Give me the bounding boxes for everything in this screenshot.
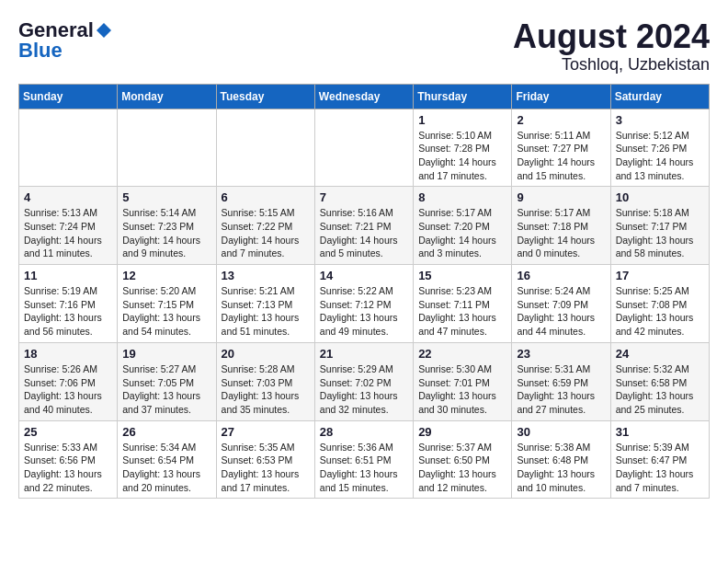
- day-number: 24: [616, 347, 704, 361]
- page-header: General Blue August 2024 Toshloq, Uzbeki…: [18, 18, 710, 75]
- day-number: 17: [616, 269, 704, 282]
- day-info: Sunrise: 5:20 AM Sunset: 7:15 PM Dayligh…: [122, 284, 210, 339]
- day-number: 22: [418, 347, 506, 361]
- calendar-table: SundayMondayTuesdayWednesdayThursdayFrid…: [18, 84, 710, 500]
- day-number: 31: [616, 425, 704, 439]
- calendar-cell: 30Sunrise: 5:38 AM Sunset: 6:48 PM Dayli…: [512, 420, 610, 499]
- calendar-cell: 21Sunrise: 5:29 AM Sunset: 7:02 PM Dayli…: [314, 342, 413, 420]
- day-number: 16: [517, 269, 605, 282]
- calendar-week-row: 25Sunrise: 5:33 AM Sunset: 6:56 PM Dayli…: [19, 420, 710, 499]
- day-number: 23: [517, 347, 605, 361]
- logo-icon: [96, 22, 112, 39]
- calendar-cell: 16Sunrise: 5:24 AM Sunset: 7:09 PM Dayli…: [512, 265, 610, 343]
- calendar-cell: 7Sunrise: 5:16 AM Sunset: 7:21 PM Daylig…: [314, 187, 413, 265]
- day-number: 19: [122, 347, 210, 361]
- calendar-cell: 2Sunrise: 5:11 AM Sunset: 7:27 PM Daylig…: [512, 109, 610, 187]
- calendar-cell: 10Sunrise: 5:18 AM Sunset: 7:17 PM Dayli…: [610, 187, 709, 265]
- day-number: 7: [320, 190, 408, 204]
- day-info: Sunrise: 5:28 AM Sunset: 7:03 PM Dayligh…: [222, 362, 310, 417]
- calendar-cell: 8Sunrise: 5:17 AM Sunset: 7:20 PM Daylig…: [414, 187, 512, 265]
- calendar-cell: 12Sunrise: 5:20 AM Sunset: 7:15 PM Dayli…: [118, 265, 216, 343]
- day-number: 3: [616, 113, 704, 127]
- day-info: Sunrise: 5:14 AM Sunset: 7:23 PM Dayligh…: [122, 206, 210, 260]
- calendar-cell: 19Sunrise: 5:27 AM Sunset: 7:05 PM Dayli…: [118, 342, 216, 420]
- day-number: 2: [517, 113, 605, 127]
- day-info: Sunrise: 5:22 AM Sunset: 7:12 PM Dayligh…: [320, 284, 408, 339]
- calendar-week-row: 1Sunrise: 5:10 AM Sunset: 7:28 PM Daylig…: [19, 109, 710, 187]
- day-info: Sunrise: 5:36 AM Sunset: 6:51 PM Dayligh…: [320, 441, 408, 495]
- day-number: 8: [418, 190, 506, 204]
- day-info: Sunrise: 5:35 AM Sunset: 6:53 PM Dayligh…: [222, 441, 310, 495]
- day-number: 20: [222, 347, 310, 361]
- day-info: Sunrise: 5:30 AM Sunset: 7:01 PM Dayligh…: [418, 362, 506, 417]
- calendar-cell: 18Sunrise: 5:26 AM Sunset: 7:06 PM Dayli…: [19, 342, 118, 420]
- weekday-header-sunday: Sunday: [19, 84, 118, 109]
- day-number: 11: [24, 269, 112, 282]
- day-info: Sunrise: 5:31 AM Sunset: 6:59 PM Dayligh…: [517, 362, 605, 417]
- title-block: August 2024 Toshloq, Uzbekistan: [513, 18, 710, 75]
- weekday-header-thursday: Thursday: [414, 84, 512, 109]
- calendar-cell: 29Sunrise: 5:37 AM Sunset: 6:50 PM Dayli…: [414, 420, 512, 499]
- day-info: Sunrise: 5:33 AM Sunset: 6:56 PM Dayligh…: [24, 441, 112, 495]
- calendar-cell: 9Sunrise: 5:17 AM Sunset: 7:18 PM Daylig…: [512, 187, 610, 265]
- day-number: 4: [24, 190, 112, 204]
- day-number: 6: [222, 190, 310, 204]
- calendar-cell: 14Sunrise: 5:22 AM Sunset: 7:12 PM Dayli…: [314, 265, 413, 343]
- calendar-cell: 22Sunrise: 5:30 AM Sunset: 7:01 PM Dayli…: [414, 342, 512, 420]
- weekday-header-wednesday: Wednesday: [314, 84, 413, 109]
- calendar-cell: [19, 109, 118, 187]
- day-number: 28: [320, 425, 408, 439]
- calendar-cell: 24Sunrise: 5:32 AM Sunset: 6:58 PM Dayli…: [610, 342, 709, 420]
- calendar-cell: 15Sunrise: 5:23 AM Sunset: 7:11 PM Dayli…: [414, 265, 512, 343]
- day-number: 18: [24, 347, 112, 361]
- day-number: 26: [122, 425, 210, 439]
- calendar-week-row: 4Sunrise: 5:13 AM Sunset: 7:24 PM Daylig…: [19, 187, 710, 265]
- day-number: 21: [320, 347, 408, 361]
- day-info: Sunrise: 5:37 AM Sunset: 6:50 PM Dayligh…: [418, 441, 506, 495]
- day-info: Sunrise: 5:10 AM Sunset: 7:28 PM Dayligh…: [418, 129, 506, 183]
- day-info: Sunrise: 5:23 AM Sunset: 7:11 PM Dayligh…: [418, 284, 506, 339]
- calendar-cell: 11Sunrise: 5:19 AM Sunset: 7:16 PM Dayli…: [19, 265, 118, 343]
- location: Toshloq, Uzbekistan: [513, 55, 710, 75]
- day-info: Sunrise: 5:38 AM Sunset: 6:48 PM Dayligh…: [517, 441, 605, 495]
- calendar-week-row: 18Sunrise: 5:26 AM Sunset: 7:06 PM Dayli…: [19, 342, 710, 420]
- day-number: 14: [320, 269, 408, 282]
- day-number: 15: [418, 269, 506, 282]
- day-info: Sunrise: 5:32 AM Sunset: 6:58 PM Dayligh…: [616, 362, 704, 417]
- day-number: 13: [222, 269, 310, 282]
- calendar-cell: 13Sunrise: 5:21 AM Sunset: 7:13 PM Dayli…: [216, 265, 314, 343]
- weekday-header-row: SundayMondayTuesdayWednesdayThursdayFrid…: [19, 84, 710, 109]
- calendar-cell: [118, 109, 216, 187]
- day-info: Sunrise: 5:26 AM Sunset: 7:06 PM Dayligh…: [24, 362, 112, 417]
- weekday-header-tuesday: Tuesday: [216, 84, 314, 109]
- day-info: Sunrise: 5:25 AM Sunset: 7:08 PM Dayligh…: [616, 284, 704, 339]
- calendar-cell: 3Sunrise: 5:12 AM Sunset: 7:26 PM Daylig…: [610, 109, 709, 187]
- calendar-cell: 31Sunrise: 5:39 AM Sunset: 6:47 PM Dayli…: [610, 420, 709, 499]
- day-info: Sunrise: 5:17 AM Sunset: 7:18 PM Dayligh…: [517, 206, 605, 260]
- day-info: Sunrise: 5:29 AM Sunset: 7:02 PM Dayligh…: [320, 362, 408, 417]
- day-number: 1: [418, 113, 506, 127]
- calendar-cell: 4Sunrise: 5:13 AM Sunset: 7:24 PM Daylig…: [19, 187, 118, 265]
- weekday-header-saturday: Saturday: [610, 84, 709, 109]
- day-number: 29: [418, 425, 506, 439]
- weekday-header-friday: Friday: [512, 84, 610, 109]
- day-number: 27: [222, 425, 310, 439]
- day-info: Sunrise: 5:18 AM Sunset: 7:17 PM Dayligh…: [616, 206, 704, 260]
- day-info: Sunrise: 5:27 AM Sunset: 7:05 PM Dayligh…: [122, 362, 210, 417]
- day-info: Sunrise: 5:39 AM Sunset: 6:47 PM Dayligh…: [616, 441, 704, 495]
- day-number: 30: [517, 425, 605, 439]
- day-info: Sunrise: 5:13 AM Sunset: 7:24 PM Dayligh…: [24, 206, 112, 260]
- calendar-cell: 25Sunrise: 5:33 AM Sunset: 6:56 PM Dayli…: [19, 420, 118, 499]
- calendar-week-row: 11Sunrise: 5:19 AM Sunset: 7:16 PM Dayli…: [19, 265, 710, 343]
- day-info: Sunrise: 5:21 AM Sunset: 7:13 PM Dayligh…: [222, 284, 310, 339]
- calendar-cell: 17Sunrise: 5:25 AM Sunset: 7:08 PM Dayli…: [610, 265, 709, 343]
- calendar-cell: [314, 109, 413, 187]
- day-info: Sunrise: 5:34 AM Sunset: 6:54 PM Dayligh…: [122, 441, 210, 495]
- calendar-cell: 20Sunrise: 5:28 AM Sunset: 7:03 PM Dayli…: [216, 342, 314, 420]
- day-info: Sunrise: 5:17 AM Sunset: 7:20 PM Dayligh…: [418, 206, 506, 260]
- day-number: 12: [122, 269, 210, 282]
- calendar-cell: 6Sunrise: 5:15 AM Sunset: 7:22 PM Daylig…: [216, 187, 314, 265]
- calendar-cell: 28Sunrise: 5:36 AM Sunset: 6:51 PM Dayli…: [314, 420, 413, 499]
- day-info: Sunrise: 5:19 AM Sunset: 7:16 PM Dayligh…: [24, 284, 112, 339]
- day-number: 5: [122, 190, 210, 204]
